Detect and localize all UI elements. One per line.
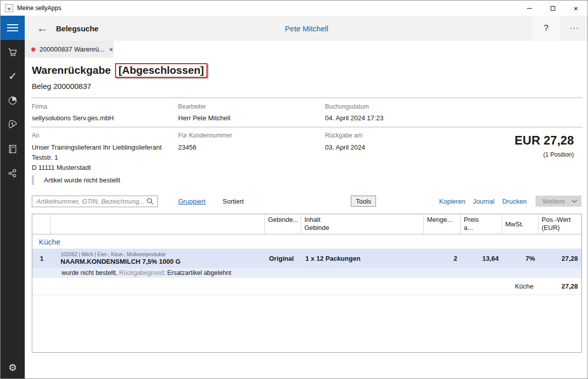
search-input[interactable]: Artikelnummer, GTIN, Bezeichnung...: [32, 196, 158, 207]
cell-poswert: 27,28: [539, 255, 581, 262]
table-row[interactable]: 1 102062 | Milch | Eier-, Käse-, Molkere…: [32, 249, 581, 268]
help-icon: ?: [544, 23, 548, 33]
ellipsis-icon: ···: [570, 24, 579, 33]
pizza-icon: [7, 119, 18, 130]
sidebar-item-offers[interactable]: [1, 113, 25, 137]
row-note-text: wurde nicht bestellt,: [62, 269, 119, 276]
cell-gebinde: Original: [265, 255, 301, 262]
field-value-an: Unser Trainingslieferant Ihr Lieblingsli…: [32, 143, 162, 173]
article-name: NAARM.KONDENSMILCH 7,5% 1000 G: [51, 258, 265, 265]
header-inhalt-gebinde[interactable]: InhaltGebinde: [301, 214, 424, 234]
cell-mwst: 7%: [502, 255, 539, 262]
cell-pos: 1: [32, 255, 51, 262]
summary-group-name: Küche: [502, 282, 539, 290]
sidebar-item-settings[interactable]: ⚙: [1, 355, 25, 379]
row-note: wurde nicht bestellt, Rückgabegrund: Ers…: [32, 268, 581, 278]
field-label-kundennummer: Für Kundennummer: [178, 132, 232, 139]
page-title: Belegsuche: [56, 24, 98, 33]
weitere-dropdown-button[interactable]: Weitere: [536, 196, 581, 207]
gear-icon: ⚙: [8, 362, 17, 373]
chevron-down-icon: [571, 199, 577, 203]
field-value-buchungsdatum: 04. April 2024 17:23: [325, 113, 384, 123]
document-type: Warenrückgabe: [32, 64, 111, 76]
document-total: EUR 27,28: [515, 133, 574, 148]
tools-button[interactable]: Tools: [351, 196, 376, 207]
header-pos[interactable]: [32, 214, 51, 234]
back-button[interactable]: ←: [35, 22, 50, 35]
document-title: Warenrückgabe[Abgeschlossen]: [32, 63, 207, 78]
divider: [31, 127, 582, 127]
close-icon: ×: [574, 5, 578, 12]
note-accent-bar: [32, 175, 34, 185]
field-label-buchungsdatum: Buchungsdatum: [325, 103, 369, 110]
more-options-button[interactable]: ···: [560, 16, 588, 41]
field-value-firma: sellysolutions Serv.ges.mbH: [32, 113, 114, 123]
sortiert-label[interactable]: Sortiert: [223, 198, 244, 205]
help-button[interactable]: ?: [532, 16, 560, 41]
drucken-link[interactable]: Drucken: [502, 198, 526, 205]
window-controls: ×: [518, 1, 587, 16]
sidebar-item-catalog[interactable]: [1, 137, 25, 161]
maximize-button[interactable]: [541, 1, 564, 16]
weitere-label: Weitere: [543, 198, 565, 205]
close-button[interactable]: ×: [564, 1, 587, 16]
share-icon: [7, 168, 18, 179]
search-placeholder: Artikelnummer, GTIN, Bezeichnung...: [36, 198, 146, 205]
header-poswert[interactable]: Pos.-Wert(EUR): [539, 214, 581, 234]
row-note-label: Rückgabegrund: [119, 269, 164, 276]
sidebar-item-statistics[interactable]: [1, 88, 25, 113]
header-description[interactable]: [51, 214, 265, 234]
tab-label: 200000837 Warenrü...: [39, 45, 104, 53]
field-value-kundennummer: 23456: [178, 143, 196, 153]
positions-table: Gebinde... InhaltGebinde Menge... Preisa…: [32, 214, 582, 353]
tab-document[interactable]: 200000837 Warenrü... ×: [25, 41, 114, 58]
header-mwst[interactable]: MwSt.: [502, 214, 539, 234]
field-value-rueckgabe-am: 03. April 2024: [325, 143, 365, 153]
note-text: Artikel wurde nicht bestellt: [44, 176, 120, 184]
pie-chart-icon: [7, 95, 18, 106]
tab-strip: 200000837 Warenrü... ×: [25, 41, 588, 58]
unsaved-indicator-dot: [31, 48, 35, 52]
group-summary-row: Küche 27,28: [32, 278, 581, 295]
gruppiert-link[interactable]: Gruppiert: [178, 198, 205, 205]
sidebar-item-cart[interactable]: [1, 40, 25, 64]
group-name: Küche: [32, 238, 61, 246]
field-label-rueckgabe-am: Rückgabe am: [325, 132, 362, 139]
journal-link[interactable]: Journal: [473, 198, 495, 205]
sidebar-item-network[interactable]: [1, 161, 25, 185]
field-label-an: An: [32, 132, 39, 139]
document-note: Artikel wurde nicht bestellt: [32, 175, 120, 185]
header: Pete Mitchell ← Belegsuche ? ···: [25, 16, 588, 41]
field-label-firma: Firma: [32, 103, 47, 110]
header-gebinde[interactable]: Gebinde...: [265, 214, 301, 234]
row-note-reason: : Ersatzartikel abgelehnt: [164, 269, 231, 276]
maximize-icon: [551, 6, 555, 11]
header-preis[interactable]: Preisa...: [461, 214, 502, 234]
current-user: Pete Mitchell: [25, 24, 588, 33]
kopieren-link[interactable]: Kopieren: [439, 198, 465, 205]
cart-icon: [7, 46, 18, 58]
window-title: Meine sellyApps: [17, 5, 61, 12]
field-value-bearbeiter: Herr Pete Mitchell: [178, 113, 230, 123]
recipient-city: D 11111 Musterstadt: [32, 163, 162, 173]
minimize-button[interactable]: [518, 1, 541, 16]
document-number: Beleg 200000837: [32, 82, 91, 90]
group-header-row[interactable]: Küche: [32, 234, 581, 249]
app-window: w Meine sellyApps × ✓: [0, 0, 588, 379]
hamburger-icon: [7, 24, 18, 25]
cell-inhalt: 1 x 12 Packungen: [301, 255, 424, 262]
sidebar-item-tasks[interactable]: ✓: [1, 64, 25, 88]
hamburger-menu-button[interactable]: [1, 16, 25, 40]
table-header-row: Gebinde... InhaltGebinde Menge... Preisa…: [32, 214, 581, 234]
tab-close-icon[interactable]: ×: [109, 45, 113, 54]
cell-description: 102062 | Milch | Eier-, Käse-, Molkereip…: [51, 252, 265, 265]
titlebar: w Meine sellyApps ×: [1, 1, 587, 16]
cell-preis: 13,64: [461, 255, 502, 262]
check-icon: ✓: [8, 70, 17, 82]
search-icon[interactable]: [146, 198, 154, 205]
divider: [31, 98, 582, 98]
recipient-name: Unser Trainingslieferant Ihr Lieblingsli…: [32, 143, 162, 153]
summary-group-value: 27,28: [539, 282, 581, 290]
article-category: 102062 | Milch | Eier-, Käse-, Molkereip…: [51, 252, 265, 258]
header-menge[interactable]: Menge...: [424, 214, 461, 234]
